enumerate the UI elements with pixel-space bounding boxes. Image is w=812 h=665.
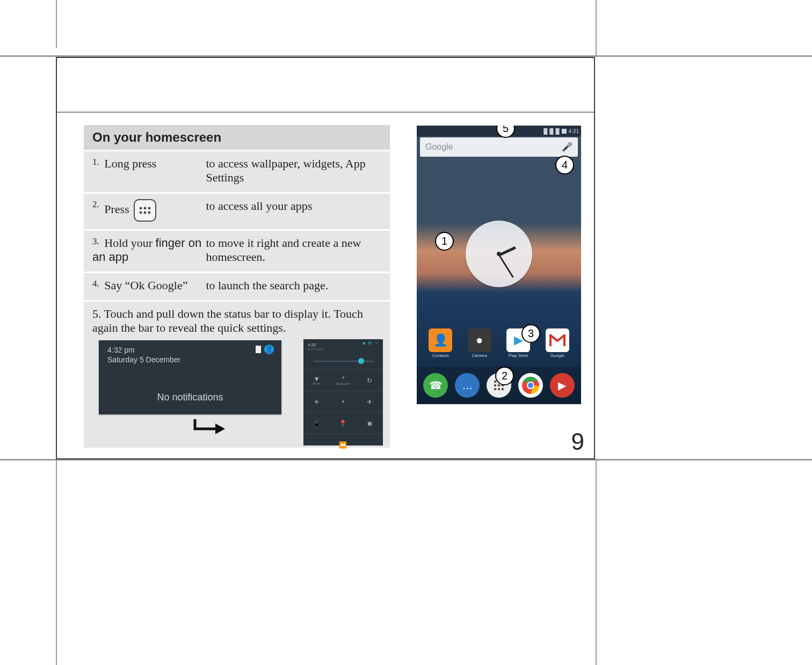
- instruction-result: to access wallpaper, widgets, App Settin…: [206, 151, 390, 192]
- app-camera: ●Camera: [468, 328, 491, 358]
- qs-tile: ▼Wi-Fi: [303, 369, 330, 391]
- svg-point-13: [498, 388, 501, 391]
- notif-time: 4:32 pm: [107, 346, 135, 354]
- notif-header-icons: 👤: [256, 345, 274, 354]
- qs-tile: •: [330, 391, 356, 412]
- document-page: On your homescreen 1. Long press to acce…: [0, 0, 812, 665]
- search-placeholder: Google: [425, 142, 453, 152]
- battery-icon: [562, 129, 567, 134]
- qs-status-icons: ■ ⚙ ◾: [363, 341, 380, 346]
- app-row: 👤Contacts ●Camera ▶Play Store Google: [417, 324, 581, 362]
- manual-page-frame: On your homescreen 1. Long press to acce…: [56, 57, 595, 459]
- app-label: Google: [550, 353, 564, 358]
- guide-line: [56, 461, 57, 665]
- svg-point-10: [498, 384, 501, 387]
- svg-point-9: [494, 384, 497, 387]
- phone-icon: ☎: [423, 373, 448, 398]
- qs-tile: 📍: [330, 412, 356, 434]
- no-notifications-text: No notifications: [99, 392, 281, 403]
- svg-point-17: [528, 383, 533, 388]
- step-number: 3.: [92, 236, 99, 246]
- status-time: 4:31: [569, 128, 579, 134]
- step-number: 2.: [92, 199, 99, 209]
- guide-line: [596, 461, 597, 665]
- app-label: Play Store: [509, 353, 528, 358]
- notif-date: Saturday 5 December: [107, 355, 180, 364]
- instruction-action: 4. Say “Ok Google”: [84, 273, 206, 300]
- callout-3: 3: [521, 324, 540, 343]
- flow-arrow-icon: [192, 418, 226, 437]
- action-text: Press: [104, 202, 129, 216]
- qs-tile: ◙: [357, 412, 383, 434]
- mic-icon: 🎤: [562, 142, 572, 152]
- app-label: Camera: [472, 353, 487, 358]
- gmail-icon: [546, 328, 569, 352]
- apps-drawer-icon: [134, 199, 156, 222]
- qs-date: SAT 5 DEC: [308, 348, 324, 351]
- qs-tile: 📱: [303, 412, 330, 434]
- guide-line: [596, 0, 597, 57]
- quick-settings-screenshot: 4:32 SAT 5 DEC ■ ⚙ ◾ ▼Wi-Fi *Bluetooth ↻…: [303, 339, 383, 445]
- hour-hand: [498, 246, 516, 257]
- app-gmail: Google: [546, 328, 569, 358]
- callout-2: 2: [495, 367, 514, 385]
- instruction-result: to launch the search page.: [206, 273, 390, 300]
- svg-point-1: [144, 207, 147, 210]
- brightness-knob: [358, 358, 364, 364]
- instruction-row: 4. Say “Ok Google” to launch the search …: [84, 272, 390, 300]
- svg-point-5: [148, 211, 151, 214]
- page-number: 9: [571, 428, 584, 455]
- svg-point-12: [494, 388, 497, 391]
- guide-line: [56, 0, 57, 48]
- svg-point-4: [144, 211, 147, 214]
- google-search-bar: Google 🎤: [420, 137, 578, 157]
- top-divider: [57, 112, 594, 113]
- clock-center: [497, 252, 501, 256]
- youtube-icon: ▶: [550, 373, 575, 398]
- svg-point-3: [140, 211, 142, 214]
- qs-tile: ✈: [357, 391, 383, 412]
- app-label: Contacts: [432, 353, 449, 358]
- action-text: Say “Ok Google”: [104, 279, 187, 292]
- app-contacts: 👤Contacts: [429, 328, 452, 358]
- messages-icon: …: [455, 373, 480, 398]
- contacts-icon: 👤: [429, 328, 452, 352]
- qs-tile: ↻: [357, 369, 383, 391]
- qs-tile: ☀: [303, 391, 330, 412]
- user-avatar-icon: 👤: [264, 345, 274, 354]
- instruction-panel: On your homescreen 1. Long press to acce…: [84, 125, 390, 448]
- instruction-row: 1. Long press to access wallpaper, widge…: [84, 150, 390, 192]
- instruction-action: 3. Hold your finger on an app: [84, 231, 206, 272]
- signal-icon: █: [543, 128, 547, 134]
- chrome-icon: [518, 373, 543, 398]
- signal-icon: █: [549, 128, 553, 134]
- notification-shade-screenshot: 4:32 pm Saturday 5 December 👤 No notific…: [99, 340, 281, 414]
- qs-time: 4:32: [308, 342, 316, 347]
- clock-widget: [466, 221, 532, 287]
- svg-point-14: [502, 388, 504, 391]
- brightness-slider: [313, 361, 374, 362]
- instruction-row: 3. Hold your finger on an app to move it…: [84, 229, 390, 272]
- instruction-action: 2. Press: [84, 194, 206, 229]
- instruction-action: 1. Long press: [84, 151, 206, 178]
- phone-homescreen-screenshot: █ █ █ 4:31 Google 🎤 👤Contacts ●Camera ▶P…: [417, 126, 581, 404]
- instruction-row: 5. Touch and pull down the status bar to…: [84, 300, 390, 448]
- svg-point-2: [148, 207, 151, 210]
- section-title: On your homescreen: [84, 125, 390, 150]
- step-number: 1.: [92, 157, 99, 167]
- step-number: 4.: [92, 279, 99, 289]
- callout-4: 4: [555, 156, 574, 174]
- svg-point-0: [140, 207, 142, 210]
- qs-tile: *Bluetooth: [330, 369, 356, 391]
- instruction-result: to move it right and create a new homesc…: [206, 231, 390, 272]
- instruction-text: 5. Touch and pull down the status bar to…: [92, 307, 382, 335]
- battery-icon: [256, 346, 261, 353]
- qs-tile: ⏪: [303, 434, 383, 455]
- instruction-result: to access all your apps: [206, 194, 390, 221]
- instruction-row: 2. Press to access all your apps: [84, 192, 390, 229]
- action-text: Long press: [104, 157, 156, 170]
- signal-icon: █: [555, 128, 559, 134]
- action-text: Hold your finger on an app: [92, 236, 201, 264]
- quick-settings-grid: ▼Wi-Fi *Bluetooth ↻ ☀ • ✈ 📱 📍 ◙ ⏪: [303, 369, 383, 441]
- camera-icon: ●: [468, 328, 491, 352]
